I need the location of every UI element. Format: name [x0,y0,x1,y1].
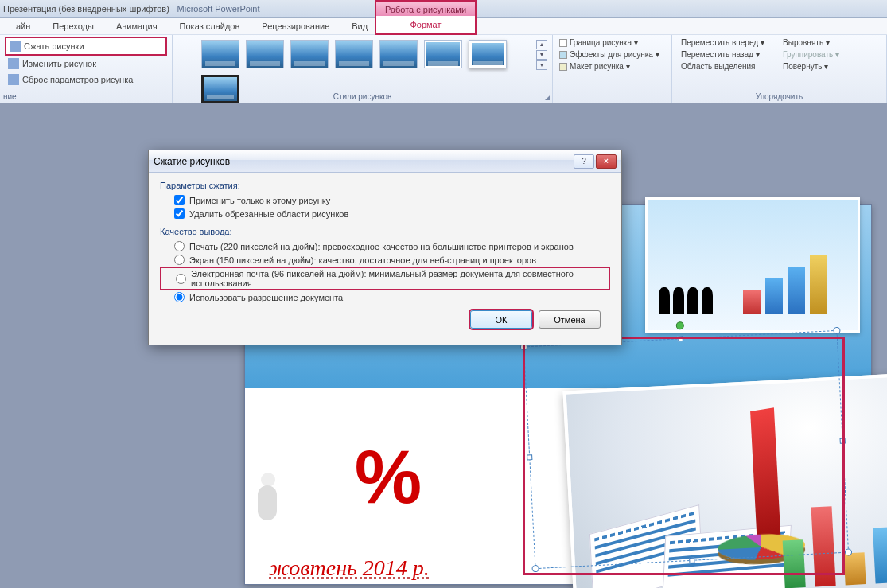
radio-input[interactable] [176,274,186,284]
quality-screen-label: Экран (150 пикселей на дюйм): качество, … [189,255,536,265]
border-icon [559,39,567,47]
delete-cropped-checkbox[interactable]: Удалить обрезанные области рисунков [160,207,610,220]
selection-pane-button[interactable]: Область выделения [677,60,766,72]
ribbon-group-arrange: Переместить вперед ▾ Переместить назад ▾… [672,35,887,103]
compress-pictures-dialog: Сжатие рисунков ? × Параметры сжатия: Пр… [148,150,622,345]
arrange-group-label: Упорядочить [672,92,886,101]
style-thumb[interactable] [290,40,329,68]
quality-print-label: Печать (220 пикселей на дюйм): превосход… [189,242,574,251]
tab-format[interactable]: Формат [375,16,477,35]
tab-transitions[interactable]: Переходы [41,18,105,34]
send-backward-button[interactable]: Переместить назад ▾ [677,49,766,60]
tab-slideshow[interactable]: Показ слайдов [169,18,251,34]
change-picture-label: Изменить рисунок [22,59,96,68]
layout-icon [559,63,567,71]
checkbox-input[interactable] [174,195,185,205]
gallery-more-icon[interactable]: ▾ [536,60,547,70]
dialog-body: Параметры сжатия: Применить только к это… [149,173,621,345]
quality-screen-radio[interactable]: Экран (150 пикселей на дюйм): качество, … [160,253,610,267]
mannequin-icon [242,461,298,541]
tab-review[interactable]: Рецензирование [251,18,340,34]
radio-input[interactable] [174,255,185,265]
gallery-scroll[interactable]: ▴ ▾ ▾ [536,40,549,71]
dialog-close-button[interactable]: × [596,154,617,169]
resize-handle[interactable] [689,558,694,563]
tab-animation[interactable]: Анимация [105,18,169,34]
apply-only-this-checkbox[interactable]: Применить только к этому рисунку [160,193,610,207]
change-picture-button[interactable]: Изменить рисунок [5,56,167,72]
style-thumb[interactable] [246,40,284,68]
style-thumb[interactable] [379,40,418,68]
style-thumb[interactable] [201,40,239,68]
dialog-title-bar[interactable]: Сжатие рисунков ? × [149,150,621,173]
ribbon-group-picture-outline: Граница рисунка ▾ Эффекты для рисунка ▾ … [553,35,672,103]
ok-button[interactable]: ОК [470,310,532,329]
dialog-title: Сжатие рисунков [154,156,572,167]
picture-effects-button[interactable]: Эффекты для рисунка ▾ [558,49,667,60]
bar-chart-3d [743,255,827,314]
compress-pictures-label: Сжать рисунки [24,41,84,51]
picture-layout-button[interactable]: Макет рисунка ▾ [558,60,667,72]
dialog-launcher-icon[interactable]: ◢ [545,93,550,101]
radio-input[interactable] [174,241,185,251]
quality-document-label: Использовать разрешение документа [189,293,343,302]
styles-group-label: Стили рисунков [173,92,552,101]
resize-handle[interactable] [527,454,532,460]
slide-percent-image[interactable]: % [269,401,508,552]
reset-picture-icon [8,74,19,85]
gallery-down-icon[interactable]: ▾ [536,50,547,60]
style-thumb[interactable] [335,40,373,68]
quality-email-radio-highlight: Электронная почта (96 пикселей на дюйм):… [160,267,610,290]
percent-symbol: % [355,434,422,520]
effects-icon [559,51,567,59]
slide-top-right-image[interactable] [645,197,860,333]
compress-icon [10,41,21,52]
gallery-up-icon[interactable]: ▴ [536,40,547,49]
delete-cropped-label: Удалить обрезанные области рисунков [189,209,348,219]
slide-date-text[interactable]: жовтень 2014 р. [269,555,430,581]
reset-picture-button[interactable]: Сброс параметров рисунка [5,72,167,88]
apply-only-this-label: Применить только к этому рисунку [189,196,330,205]
bring-forward-button[interactable]: Переместить вперед ▾ [677,37,766,49]
checkbox-input[interactable] [174,208,185,219]
document-title: Презентация (без внедренных шрифтов) [3,4,169,14]
rotate-button[interactable]: Повернуть ▾ [779,60,841,72]
compress-pictures-button[interactable]: Сжать рисунки [5,37,167,56]
compression-params-label: Параметры сжатия: [160,181,610,190]
context-tab-picture-tools: Работа с рисунками [375,0,477,18]
ribbon-tabs: айн Переходы Анимация Показ слайдов Реце… [0,18,887,35]
resize-handle[interactable] [840,438,846,444]
quality-email-label: Электронная почта (96 пикселей на дюйм):… [191,269,606,288]
picture-border-button[interactable]: Граница рисунка ▾ [558,37,667,49]
adjust-group-label: ние [0,92,172,101]
people-silhouettes [659,287,713,314]
dialog-buttons: ОК Отмена [160,304,610,338]
ribbon: Сжать рисунки Изменить рисунок Сброс пар… [0,35,887,103]
change-picture-icon [8,58,19,69]
rotation-handle[interactable] [675,321,684,330]
app-name: Microsoft PowerPoint [177,4,260,14]
output-quality-label: Качество вывода: [160,227,610,236]
dialog-help-button[interactable]: ? [574,154,594,169]
quality-email-radio[interactable]: Электронная почта (96 пикселей на дюйм):… [176,269,606,288]
reset-picture-label: Сброс параметров рисунка [22,75,133,84]
radio-input[interactable] [174,292,185,302]
resize-handle[interactable] [677,336,683,341]
ribbon-group-adjust: Сжать рисунки Изменить рисунок Сброс пар… [0,35,173,103]
align-button[interactable]: Выровнять ▾ [779,37,841,49]
group-button[interactable]: Группировать ▾ [779,49,841,60]
ribbon-group-picture-styles: ▴ ▾ ▾ Стили рисунков ◢ [173,35,553,103]
style-thumb[interactable] [424,40,462,68]
title-bar: Презентация (без внедренных шрифтов) - M… [0,0,887,18]
style-thumb[interactable] [469,40,507,68]
quality-document-radio[interactable]: Использовать разрешение документа [160,290,610,304]
tab-view[interactable]: Вид [340,18,379,34]
tab-design[interactable]: айн [5,18,41,34]
cancel-button[interactable]: Отмена [539,310,601,329]
quality-print-radio[interactable]: Печать (220 пикселей на дюйм): превосход… [160,239,610,253]
selection-box [523,330,849,569]
